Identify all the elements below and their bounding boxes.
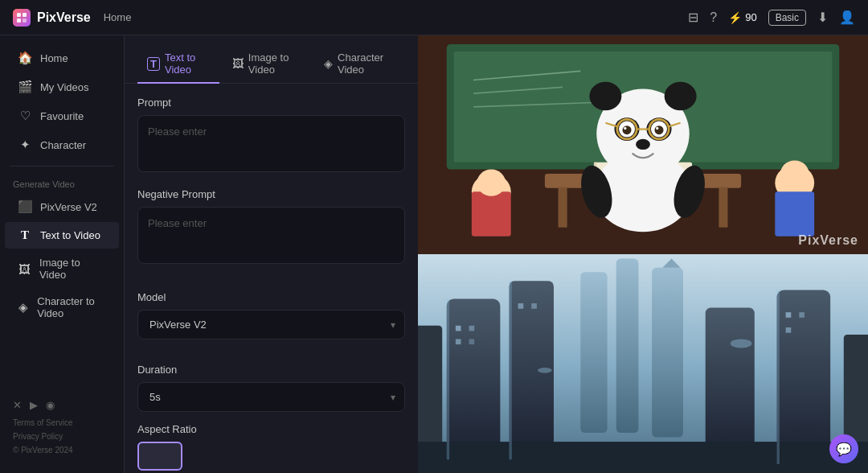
svg-point-24 [654, 125, 663, 134]
chat-icon: 💬 [836, 442, 852, 457]
logo-icon [13, 9, 31, 27]
panda-scene-svg [418, 35, 868, 254]
svg-rect-11 [559, 187, 567, 228]
sidebar-label-my-videos: My Videos [40, 81, 88, 93]
prompt-label: Prompt [137, 97, 405, 109]
svg-rect-55 [447, 299, 449, 460]
tab-text-to-video-label: Text to Video [165, 51, 210, 76]
svg-rect-65 [799, 312, 805, 318]
sidebar-item-character-to-video[interactable]: ◈ Character to Video [5, 289, 119, 326]
logo: PixVerse [13, 9, 91, 27]
svg-rect-43 [616, 259, 639, 433]
svg-point-40 [780, 160, 809, 187]
tab-text-icon: T [147, 57, 160, 71]
logo-text: PixVerse [37, 10, 91, 25]
topbar-right: ⊟ ? ⚡ 90 Basic ⬇ 👤 [688, 10, 855, 26]
svg-rect-39 [775, 191, 814, 236]
svg-rect-63 [531, 303, 537, 309]
privacy-link[interactable]: Privacy Policy [13, 430, 111, 443]
tab-character-to-video-label: Character Video [338, 51, 395, 76]
svg-rect-56 [509, 281, 511, 459]
pixverse-v2-icon: ⬛ [18, 199, 32, 214]
svg-rect-0 [17, 13, 21, 17]
download-icon[interactable]: ⬇ [817, 10, 828, 25]
svg-rect-3 [23, 19, 27, 23]
tab-image-icon: 🖼 [232, 57, 244, 70]
svg-point-53 [538, 368, 552, 373]
aspect-option-16-9[interactable]: 16:9 [137, 442, 182, 473]
sidebar-divider [10, 166, 114, 167]
plan-badge[interactable]: Basic [768, 10, 806, 26]
bookmark-icon[interactable]: ⊟ [688, 10, 698, 25]
sidebar-label-character: Character [40, 139, 86, 151]
svg-point-17 [589, 82, 621, 111]
sidebar-item-my-videos[interactable]: 🎬 My Videos [5, 73, 119, 101]
youtube-icon[interactable]: ▶ [30, 399, 38, 411]
svg-rect-64 [786, 312, 792, 318]
duration-select[interactable]: 5s 8s 10s [137, 382, 405, 412]
user-icon[interactable]: 👤 [839, 10, 855, 25]
negative-prompt-input[interactable] [137, 207, 405, 264]
sidebar-item-text-to-video[interactable]: T Text to Video [5, 222, 119, 249]
sidebar-item-favourite[interactable]: ♡ Favourite [5, 102, 119, 130]
sidebar-label-character-to-video: Character to Video [37, 295, 106, 319]
prompt-input[interactable] [137, 115, 405, 172]
tab-character-to-video[interactable]: ◈ Character Video [314, 45, 405, 84]
video-cell-city: 💬 [418, 254, 868, 473]
svg-rect-62 [518, 303, 524, 309]
svg-point-37 [477, 170, 506, 196]
sidebar-item-home[interactable]: 🏠 Home [5, 44, 119, 72]
negative-prompt-label: Negative Prompt [137, 188, 405, 200]
tabs-row: T Text to Video 🖼 Image to Video ◈ Chara… [125, 35, 418, 84]
svg-rect-46 [447, 299, 501, 460]
help-icon[interactable]: ? [710, 10, 717, 25]
duration-label: Duration [137, 364, 405, 376]
svg-rect-57 [777, 290, 780, 463]
terms-link[interactable]: Terms of Service [13, 416, 111, 430]
tab-image-to-video[interactable]: 🖼 Image to Video [223, 45, 311, 84]
svg-rect-66 [786, 327, 792, 333]
sidebar-label-favourite: Favourite [40, 110, 84, 122]
model-label: Model [137, 291, 405, 303]
tab-text-to-video[interactable]: T Text to Video [137, 45, 219, 84]
topbar-left: PixVerse Home [13, 9, 131, 27]
sidebar-item-image-to-video[interactable]: 🖼 Image to Video [5, 250, 119, 287]
svg-rect-1 [23, 13, 27, 17]
tab-image-to-video-label: Image to Video [248, 51, 301, 76]
chat-bubble[interactable]: 💬 [829, 434, 858, 463]
sidebar: 🏠 Home 🎬 My Videos ♡ Favourite ✦ Charact… [0, 35, 125, 473]
sidebar-item-pixverse-v2[interactable]: ⬛ PixVerse V2 [5, 193, 119, 220]
city-scene-svg [418, 254, 868, 473]
right-panel: PixVerse [418, 35, 868, 473]
energy-count: 90 [745, 11, 756, 23]
svg-rect-58 [456, 326, 461, 331]
sidebar-item-character[interactable]: ✦ Character [5, 131, 119, 158]
duration-select-wrapper: 5s 8s 10s ▾ [137, 382, 405, 412]
svg-rect-36 [472, 191, 511, 236]
character-icon: ✦ [18, 138, 32, 152]
discord-icon[interactable]: ◉ [46, 399, 55, 411]
svg-rect-59 [469, 326, 475, 331]
twitter-icon[interactable]: ✕ [13, 399, 22, 411]
topbar-home-nav[interactable]: Home [104, 11, 132, 23]
character-video-icon: ◈ [18, 300, 29, 315]
svg-rect-54 [418, 442, 868, 473]
negative-prompt-section: Negative Prompt [125, 175, 418, 267]
svg-rect-48 [706, 308, 755, 460]
svg-rect-2 [17, 19, 21, 23]
svg-rect-44 [652, 268, 683, 438]
sidebar-label-home: Home [40, 52, 68, 64]
sidebar-label-image-to-video: Image to Video [39, 257, 106, 281]
aspect-ratio-label: Aspect Ratio [137, 423, 405, 435]
content-area: T Text to Video 🖼 Image to Video ◈ Chara… [125, 35, 868, 473]
svg-rect-42 [580, 272, 607, 433]
duration-section: Duration 5s 8s 10s ▾ [125, 351, 418, 412]
heart-icon: ♡ [18, 109, 32, 123]
copyright-text: © PixVerse 2024 [13, 443, 111, 457]
model-select[interactable]: PixVerse V2 PixVerse V1 [137, 310, 405, 339]
svg-rect-60 [456, 339, 461, 344]
text-icon: T [18, 228, 32, 242]
svg-point-52 [731, 339, 752, 348]
svg-rect-12 [719, 187, 727, 228]
aspect-ratio-section: Aspect Ratio 16:9 [125, 412, 418, 473]
